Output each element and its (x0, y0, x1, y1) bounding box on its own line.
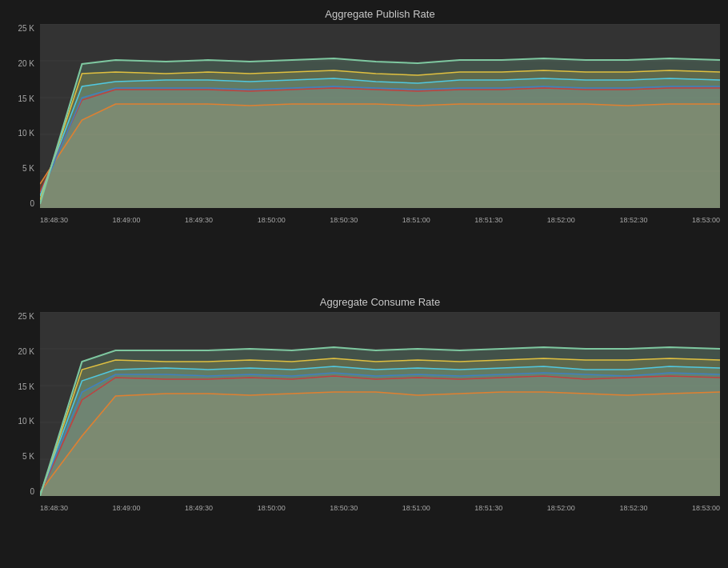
consume-rate-title: Aggregate Consume Rate (40, 296, 720, 308)
consume-x-axis: 18:48:30 18:49:00 18:49:30 18:50:00 18:5… (40, 504, 720, 512)
publish-y-axis: 0 5 K 10 K 15 K 20 K 25 K (4, 24, 34, 208)
publish-rate-svg (40, 24, 720, 208)
consume-rate-area: 0 5 K 10 K 15 K 20 K 25 K 18:48:30 18:49… (40, 312, 720, 496)
consume-rate-svg (40, 312, 720, 496)
publish-rate-chart: Aggregate Publish Rate 0 5 K 10 K 15 K 2… (0, 0, 728, 280)
publish-rate-title: Aggregate Publish Rate (40, 8, 720, 20)
publish-x-axis: 18:48:30 18:49:00 18:49:30 18:50:00 18:5… (40, 216, 720, 224)
publish-rate-area: 0 5 K 10 K 15 K 20 K 25 K 18:48:30 18:49… (40, 24, 720, 208)
consume-y-axis: 0 5 K 10 K 15 K 20 K 25 K (4, 312, 34, 496)
consume-rate-chart: Aggregate Consume Rate 0 5 K 10 K 15 K 2… (0, 288, 728, 568)
